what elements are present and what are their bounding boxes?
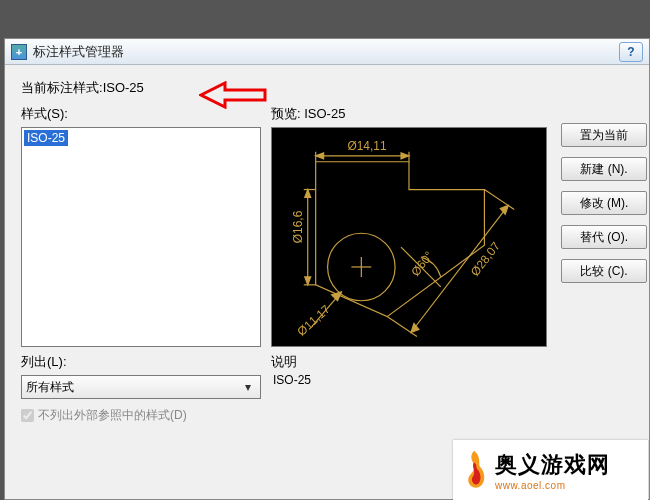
svg-marker-20 — [411, 324, 419, 333]
watermark-url: www.aoel.com — [495, 480, 610, 491]
svg-marker-7 — [316, 153, 324, 159]
watermark-text: 奥义游戏网 — [495, 450, 610, 480]
set-current-button[interactable]: 置为当前 — [561, 123, 647, 147]
override-button[interactable]: 替代 (O). — [561, 225, 647, 249]
svg-marker-13 — [305, 277, 311, 285]
description-label: 说明 — [271, 353, 561, 371]
list-filter-combo[interactable]: 所有样式 ▾ — [21, 375, 261, 399]
new-button[interactable]: 新建 (N). — [561, 157, 647, 181]
window-title: 标注样式管理器 — [33, 43, 124, 61]
list-label: 列出(L): — [21, 353, 271, 371]
preview-pane: Ø14,11 Ø16,6 Ø11,17 Ø60° Ø28,07 — [271, 127, 547, 347]
flame-icon — [457, 449, 491, 491]
titlebar: + 标注样式管理器 ? — [5, 39, 649, 65]
svg-marker-12 — [305, 190, 311, 198]
compare-button[interactable]: 比较 (C). — [561, 259, 647, 283]
dim-d3: Ø11,17 — [294, 302, 333, 339]
help-button[interactable]: ? — [619, 42, 643, 62]
preview-label: 预览: ISO-25 — [271, 105, 561, 123]
current-style-row: 当前标注样式:ISO-25 — [21, 79, 649, 97]
chevron-down-icon: ▾ — [240, 380, 256, 394]
checkbox-label: 不列出外部参照中的样式(D) — [38, 407, 187, 424]
watermark: 奥义游戏网 www.aoel.com — [453, 440, 648, 500]
dialog-content: 当前标注样式:ISO-25 样式(S): ISO-25 预览: ISO-25 — [5, 65, 649, 499]
dim-d4: Ø28,07 — [468, 239, 503, 279]
checkbox-input[interactable] — [21, 409, 34, 422]
svg-marker-19 — [500, 205, 508, 214]
svg-marker-8 — [401, 153, 409, 159]
svg-marker-0 — [201, 83, 265, 107]
current-style-label: 当前标注样式: — [21, 80, 103, 95]
list-item[interactable]: ISO-25 — [24, 130, 68, 146]
dim-d2: Ø16,6 — [291, 210, 305, 243]
annotation-arrow-icon — [199, 81, 269, 112]
description-value: ISO-25 — [271, 373, 561, 387]
dialog-window: + 标注样式管理器 ? 当前标注样式:ISO-25 样式(S): ISO-25 … — [4, 38, 650, 500]
exclude-xref-checkbox[interactable]: 不列出外部参照中的样式(D) — [21, 407, 271, 424]
styles-listbox[interactable]: ISO-25 — [21, 127, 261, 347]
app-icon: + — [11, 44, 27, 60]
current-style-value: ISO-25 — [103, 80, 144, 95]
dim-d1: Ø14,11 — [347, 139, 386, 153]
svg-line-16 — [484, 190, 514, 210]
combo-value: 所有样式 — [26, 379, 74, 396]
modify-button[interactable]: 修改 (M). — [561, 191, 647, 215]
